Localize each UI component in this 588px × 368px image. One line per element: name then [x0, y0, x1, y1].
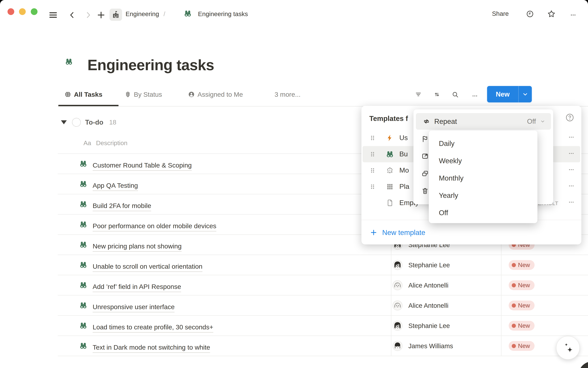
task-title[interactable]: Unresponsive user interface: [93, 303, 175, 312]
new-template-button[interactable]: New template: [370, 228, 425, 237]
task-title[interactable]: Customer Round Table & Scoping: [93, 162, 192, 171]
template-more-icon[interactable]: [566, 183, 575, 191]
new-button[interactable]: New: [487, 86, 532, 102]
task-title[interactable]: New pricing plans not showing: [93, 242, 182, 252]
task-title[interactable]: Poor performance on older mobile devices: [93, 222, 216, 231]
todo-status-circle-icon: [72, 118, 81, 127]
status-badge[interactable]: New: [509, 321, 535, 331]
column-header-description[interactable]: Aa Description: [83, 139, 127, 147]
updates-clock-icon[interactable]: [526, 10, 534, 18]
flag-icon[interactable]: [421, 135, 429, 143]
assignee-name[interactable]: James Williams: [408, 342, 453, 350]
repeat-value[interactable]: Off: [527, 118, 536, 125]
back-icon[interactable]: [68, 10, 76, 20]
menu-item-weekly[interactable]: Weekly: [429, 152, 537, 169]
edit-icon[interactable]: [421, 152, 429, 160]
chevron-down-icon: [540, 119, 545, 124]
table-row[interactable]: Load times to create profile, 30 seconds…: [58, 316, 588, 336]
breadcrumb-space[interactable]: Engineering: [125, 10, 159, 18]
task-title[interactable]: Add ’ref’ field in API Response: [93, 283, 181, 292]
menu-item-label: Weekly: [439, 157, 462, 165]
active-tab-underline: [58, 105, 118, 106]
tab-assigned-to-me[interactable]: Assigned to Me: [188, 90, 243, 99]
table-row[interactable]: Add ’ref’ field in API Response Alice An…: [58, 275, 588, 295]
assignee-name[interactable]: Alice Antonelli: [408, 302, 448, 309]
sidebar-menu-icon[interactable]: [48, 10, 58, 20]
task-title[interactable]: Build 2FA for mobile: [93, 202, 151, 211]
group-header-todo[interactable]: To-do 18: [61, 117, 116, 127]
avatar: [392, 260, 402, 270]
duplicate-icon[interactable]: [421, 170, 429, 177]
status-board-icon: [124, 91, 131, 98]
sort-icon[interactable]: [433, 91, 441, 98]
tab-all-tasks[interactable]: All Tasks: [64, 90, 102, 99]
task-title[interactable]: Text in Dark mode not switching to white: [93, 344, 210, 353]
new-button-dropdown[interactable]: [519, 86, 532, 102]
help-bubble-peek[interactable]: [579, 361, 588, 368]
menu-item-off[interactable]: Off: [429, 204, 537, 221]
menu-item-daily[interactable]: Daily: [429, 135, 537, 152]
task-title[interactable]: Load times to create profile, 30 seconds…: [93, 323, 213, 333]
help-icon[interactable]: [565, 113, 575, 122]
status-badge[interactable]: New: [509, 341, 535, 351]
task-title[interactable]: Unable to scroll on vertical orientation: [93, 263, 202, 272]
template-more-icon[interactable]: [566, 134, 575, 142]
drag-handle-icon[interactable]: [369, 150, 376, 158]
traffic-light-minimize-button[interactable]: [19, 8, 26, 15]
forward-icon[interactable]: [84, 10, 92, 20]
status-badge[interactable]: New: [509, 280, 535, 290]
search-icon[interactable]: [451, 91, 459, 98]
status-dot-icon: [512, 304, 516, 308]
binoculars-icon: [79, 261, 88, 269]
binoculars-icon: [79, 301, 88, 310]
menu-item-label: Off: [439, 209, 448, 217]
binoculars-icon: [79, 160, 88, 168]
repeat-menu-item[interactable]: Repeat Off: [416, 113, 551, 130]
task-title[interactable]: App QA Testing: [93, 182, 138, 191]
status-badge[interactable]: New: [509, 301, 535, 310]
assignee-name[interactable]: Alice Antonelli: [408, 282, 448, 289]
binoculars-icon: [79, 180, 88, 188]
favorite-star-icon[interactable]: [547, 9, 556, 18]
assignee-name[interactable]: Stephanie Lee: [408, 261, 450, 269]
new-button-label: New: [487, 86, 518, 102]
template-more-icon[interactable]: [566, 150, 575, 158]
collapse-triangle-icon[interactable]: [61, 120, 67, 124]
tab-more-views[interactable]: 3 more...: [275, 90, 301, 99]
view-options-icon[interactable]: [470, 93, 480, 99]
table-row[interactable]: Text in Dark mode not switching to white…: [58, 336, 588, 356]
assignee-name[interactable]: Stephanie Lee: [408, 322, 450, 330]
binoculars-icon: [79, 200, 88, 208]
more-options-icon[interactable]: [568, 12, 578, 18]
ai-sparkle-button[interactable]: [556, 336, 580, 359]
share-button[interactable]: Share: [492, 10, 509, 17]
status-badge[interactable]: New: [509, 260, 535, 270]
grid-icon: [386, 183, 394, 191]
tab-label: All Tasks: [74, 91, 102, 98]
trash-icon[interactable]: [421, 187, 429, 195]
template-more-icon[interactable]: [566, 199, 575, 207]
status-dot-icon: [512, 344, 516, 348]
filter-icon[interactable]: [415, 91, 422, 98]
menu-item-monthly[interactable]: Monthly: [429, 169, 537, 187]
status-label: New: [518, 282, 530, 289]
breadcrumb-page[interactable]: Engineering tasks: [198, 10, 248, 18]
table-row[interactable]: Unresponsive user interface Alice Antone…: [58, 295, 588, 316]
drag-handle-icon[interactable]: [369, 134, 376, 142]
breadcrumb-separator: /: [164, 10, 165, 18]
drag-handle-icon[interactable]: [369, 167, 376, 174]
menu-item-label: Daily: [439, 139, 454, 147]
avatar: [392, 321, 402, 331]
repeat-options-menu: Daily Weekly Monthly Yearly Off: [429, 130, 537, 223]
traffic-light-zoom-button[interactable]: [31, 8, 37, 15]
repeat-label: Repeat: [434, 117, 457, 126]
tab-by-status[interactable]: By Status: [124, 90, 162, 99]
menu-item-yearly[interactable]: Yearly: [429, 187, 537, 204]
drag-handle-icon[interactable]: [369, 183, 376, 191]
workspace-icon[interactable]: [109, 9, 122, 21]
table-row[interactable]: Unable to scroll on vertical orientation…: [58, 255, 588, 275]
traffic-light-close-button[interactable]: [8, 8, 14, 15]
template-more-icon[interactable]: [566, 167, 575, 174]
notion-window: Engineering / Engineering tasks Share En…: [0, 0, 588, 368]
new-page-icon[interactable]: [97, 10, 106, 20]
